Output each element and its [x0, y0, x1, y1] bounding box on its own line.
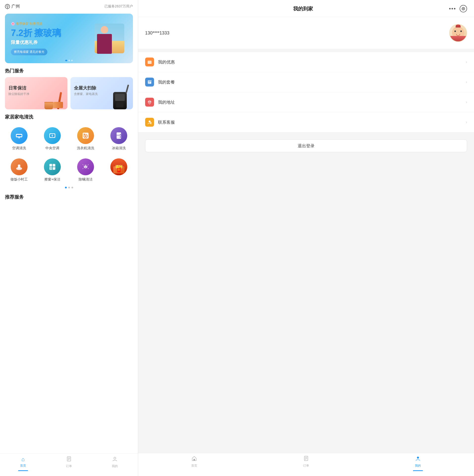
appliance-icon-central-ac: [44, 127, 61, 144]
svg-line-26: [83, 164, 83, 165]
nav-item-profile-left[interactable]: 我的: [92, 456, 138, 471]
appliance-item-washer[interactable]: 洗衣机清洗: [69, 123, 102, 154]
appliance-item-fridge[interactable]: 冰箱清洗: [102, 123, 135, 154]
nav-label-orders-left: 订单: [66, 464, 72, 468]
menu-item-discounts[interactable]: 我的优惠 ›: [138, 52, 474, 72]
nav-label-profile-left: 我的: [112, 464, 118, 468]
right-panel: 我的到家 ••• 130****1333: [138, 0, 474, 476]
nav-icon-home-left: ⌂: [21, 456, 25, 463]
profile-section: 130****1333: [138, 17, 474, 49]
nav-icon-profile-right: [415, 456, 421, 463]
svg-point-34: [114, 457, 116, 459]
svg-rect-14: [120, 134, 121, 135]
nav-label-home-right: 首页: [191, 464, 197, 468]
appliance-icon-ac: [11, 127, 28, 144]
page-dot-1: [65, 187, 67, 188]
menu-item-icon-discounts: [145, 58, 154, 66]
svg-rect-2: [17, 135, 22, 136]
menu-item-label-address: 我的地址: [158, 99, 466, 105]
service-card-daily-desc: 除尘除垢好干净: [8, 92, 29, 96]
nav-icon-home-right: [191, 456, 197, 463]
appliance-label-mite: 除螨清洁: [79, 177, 93, 182]
appliance-label-fridge: 冰箱清洗: [112, 146, 126, 150]
appliance-item-cook[interactable]: 做饭小时工: [2, 154, 36, 186]
service-card-daily-cleaning[interactable]: · · · 日常保洁 除尘除垢好干净: [5, 77, 67, 109]
nav-item-orders-right[interactable]: 订单: [250, 456, 362, 471]
recommend-title: 推荐服务: [0, 191, 138, 200]
appliance-grid: 空调清洗 中央空调 洗衣机清洗: [0, 123, 138, 186]
svg-rect-50: [193, 459, 195, 461]
menu-item-label-support: 联系客服: [158, 119, 466, 125]
page-dots: [0, 186, 138, 191]
banner-tag-text: 🌸 春季焕新 特惠优选: [11, 22, 42, 26]
menu-item-icon-packages: [145, 78, 154, 87]
banner-slogan[interactable]: 擦亮每扇窗 遇见好春光: [11, 49, 47, 55]
nav-icon-profile-left: [112, 456, 118, 463]
menu-item-label-discounts: 我的优惠: [158, 59, 466, 65]
appliance-label-ac: 空调清洗: [12, 146, 26, 150]
appliance-item-window[interactable]: 擦窗+保洁: [36, 154, 69, 186]
left-panel: 广州 已服务2637万用户 🌸 春季焕新 特惠优选 7.2折 擦玻璃 限量优惠礼…: [0, 0, 138, 476]
appliance-label-cook: 做饭小时工: [10, 177, 28, 182]
service-card-daily-title: 日常保洁: [8, 85, 29, 91]
service-count: 已服务2637万用户: [104, 4, 133, 9]
banner[interactable]: 🌸 春季焕新 特惠优选 7.2折 擦玻璃 限量优惠礼券 擦亮每扇窗 遇见好春光: [5, 14, 133, 63]
service-card-full-content: · · · 全屋大扫除 含擦窗、家电蒸洗: [74, 81, 98, 96]
nav-item-home-right[interactable]: 首页: [138, 456, 250, 471]
nav-icon-orders-left: [66, 456, 72, 463]
appliance-item-gift[interactable]: 福利 🧧: [102, 154, 135, 186]
service-card-full-dots: · · ·: [74, 81, 98, 84]
appliance-label-central-ac: 中央空调: [45, 146, 59, 150]
svg-point-18: [18, 164, 20, 166]
more-options-button[interactable]: •••: [449, 5, 456, 12]
service-card-full-img: [109, 87, 131, 109]
svg-point-25: [86, 165, 87, 166]
svg-line-27: [88, 164, 89, 165]
location-wrap[interactable]: 广州: [5, 3, 20, 9]
svg-point-40: [148, 62, 149, 63]
nav-label-home-left: 首页: [20, 464, 26, 468]
nav-item-orders-left[interactable]: 订单: [46, 456, 92, 471]
status-bar-left: 广州 已服务2637万用户: [0, 0, 138, 12]
svg-rect-3: [18, 137, 20, 138]
service-card-full-house[interactable]: · · · 全屋大扫除 含擦窗、家电蒸洗: [70, 77, 133, 109]
logout-button[interactable]: 退出登录: [145, 139, 467, 152]
page-dot-2: [68, 187, 70, 188]
appliance-item-central-ac[interactable]: 中央空调: [36, 123, 69, 154]
profile-phone: 130****1333: [145, 30, 169, 36]
menu-item-packages[interactable]: 我的套餐 ›: [138, 72, 474, 92]
svg-line-29: [88, 168, 89, 169]
location-text: 广州: [11, 3, 20, 9]
svg-rect-43: [148, 82, 150, 83]
nav-item-profile-right[interactable]: 我的: [362, 456, 474, 471]
svg-point-55: [417, 457, 419, 459]
appliance-label-washer: 洗衣机清洗: [77, 146, 94, 150]
svg-rect-39: [148, 61, 152, 62]
banner-title: 7.2折 擦玻璃 限量优惠礼券: [11, 28, 61, 45]
svg-point-37: [463, 8, 464, 9]
svg-point-49: [150, 122, 152, 123]
appliance-icon-mite: [77, 158, 94, 175]
svg-point-6: [51, 135, 53, 137]
menu-chevron-packages: ›: [466, 80, 467, 84]
location-icon: [5, 4, 10, 9]
nav-label-orders-right: 订单: [303, 464, 309, 468]
appliance-section-title: 家居家电清洗: [0, 109, 138, 123]
service-card-full-desc: 含擦窗、家电蒸洗: [74, 92, 98, 96]
nav-label-profile-right: 我的: [415, 464, 421, 468]
menu-item-support[interactable]: 联系客服 ›: [138, 112, 474, 132]
appliance-item-mite[interactable]: 除螨清洁: [69, 154, 102, 186]
service-card-daily-img: [43, 87, 65, 109]
banner-dot-3: [71, 60, 73, 61]
svg-rect-15: [120, 136, 121, 138]
service-card-daily-dots: · · ·: [8, 81, 29, 84]
camera-button[interactable]: [460, 5, 467, 12]
appliance-icon-fridge: [110, 127, 127, 144]
banner-tag: 🌸 春季焕新 特惠优选: [11, 22, 61, 26]
menu-chevron-address: ›: [466, 100, 467, 104]
appliance-item-ac[interactable]: 空调清洗: [2, 123, 36, 154]
svg-rect-42: [148, 81, 151, 82]
menu-item-address[interactable]: 我的地址 ›: [138, 92, 474, 112]
page-dot-3: [71, 187, 73, 188]
nav-item-home-left[interactable]: ⌂ 首页: [0, 456, 46, 471]
